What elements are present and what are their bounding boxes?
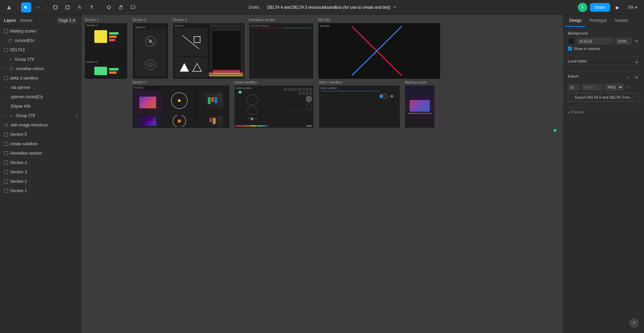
toolbar: ⊹ T Drafts / DELTA 4 and DELTA 3 reso [0,0,644,15]
background-opacity-input[interactable] [615,38,631,45]
frame-icon [4,132,8,136]
breadcrumb-dropdown-icon[interactable]: ▾ [394,5,396,9]
layer-item-skin-image[interactable]: skin image introduce [0,120,81,130]
layer-item-animation-section[interactable]: Animation section [0,149,81,158]
layer-item-section3[interactable]: Section 3 [0,167,81,177]
background-color-input[interactable] [577,38,613,45]
frame-tool-btn[interactable] [50,2,60,12]
tab-assets[interactable]: Assets [20,17,32,23]
preview-row[interactable]: ▸ Preview [568,110,640,114]
page-selector[interactable]: Page 1 ▾ [57,17,77,23]
help-button[interactable]: ? [629,318,639,328]
layer-item-ellipse436[interactable]: ○ Ellipse 436 [0,102,81,111]
component-tool-btn[interactable] [104,2,114,12]
breadcrumb: Drafts / DELTA 4 and DELTA 3 resource&sa… [249,5,396,10]
frame-icon [4,142,8,146]
section5-inner: Section 5 [134,24,167,77]
tab-inspect[interactable]: Inspect [611,15,632,27]
layer-item-section2[interactable]: Section 2 [0,177,81,186]
play-button[interactable]: ▶ [613,2,623,12]
local-styles-header: Local styles + [568,59,640,66]
section5-label: Section 5 [132,18,169,22]
layer-item-group278[interactable]: ⠿ ▸ Group 278 ⛓ [0,111,81,120]
export-suffix-input[interactable] [582,84,602,91]
zoom-control[interactable]: 5% ▾ [626,4,640,11]
layer-item-spinner-circle[interactable]: ○ spinner-circle@2x [0,92,81,102]
share-button[interactable]: Share [590,3,610,12]
section4-frame[interactable]: Section 4 [173,23,245,79]
layer-item-section5[interactable]: Section 5 [0,130,81,139]
toolbar-separator-3 [100,4,100,11]
text-tool-btn[interactable]: T [87,2,97,12]
add-local-style-btn[interactable]: + [633,59,640,66]
layer-item-section4[interactable]: Section 4 [0,158,81,167]
export-more-btn[interactable]: ⋯ [626,85,630,90]
comment-tool-btn[interactable] [128,2,138,12]
file-name[interactable]: DELTA 4 and DELTA 3 resource&sandbox (fo… [267,5,390,10]
section3-frame[interactable]: Section 3 [132,85,230,128]
delta3-sandbox-frame[interactable]: delta 3 sandbox [319,85,400,128]
section5-container: Section 5 Section 5 [132,18,169,79]
visibility-toggle[interactable]: 👁 [633,38,640,45]
show-in-exports-checkbox[interactable] [568,47,572,51]
dots-icon: ⠿ [4,114,6,118]
scale-tool-btn[interactable]: ⊹ [33,2,43,12]
create-sandbox-frame[interactable]: create sandbox < ▶ > - - - [234,85,314,128]
layer-item-delta3[interactable]: DELTA3 [0,45,81,55]
section1-label: Section 1 [85,18,128,22]
move-tool-btn[interactable] [21,2,31,12]
svg-rect-5 [107,5,110,9]
layer-item-delta3sandbox[interactable]: delta 3 sandbox [0,73,81,83]
tab-prototype[interactable]: Prototype [586,15,611,27]
local-styles-title: Local styles [568,59,587,63]
layer-item-cursor[interactable]: cursor@2x [0,36,81,45]
waiting-screen-frame[interactable] [405,85,435,128]
frame-icon [4,76,8,80]
section1-frame[interactable]: Section 1 Section 2 [85,23,128,79]
background-color-swatch[interactable] [568,38,574,45]
svg-line-9 [182,36,199,49]
drafts-label: Drafts [249,5,260,10]
canvas[interactable]: Section 1 [81,15,563,333]
tab-design[interactable]: Design [565,15,586,27]
preview-chevron-icon: ▸ [568,110,569,114]
delta3-sandbox-label: delta 3 sandbox [319,80,400,84]
tab-layers[interactable]: Layers [4,17,16,23]
dots-icon: ⠿ [4,67,6,71]
figma-menu-btn[interactable] [4,2,14,12]
svg-marker-11 [180,63,189,71]
layer-item-create-sandbox[interactable]: create sandbox [0,139,81,149]
export-button[interactable]: Export DELTA 4 and DELTA 3 res... [568,93,640,102]
svg-rect-10 [194,37,200,43]
section5-frame[interactable]: Section 5 [132,23,169,79]
shape-tool-btn[interactable] [62,2,73,12]
item-icon [9,66,14,71]
toolbar-left: ⊹ T [4,2,138,12]
delta3-container: DELTA3 DELTA3 [318,18,441,79]
pen-tool-btn[interactable] [75,2,85,12]
layer-item-section1[interactable]: Section 1 [0,186,81,196]
show-in-exports-label: Show in exports [574,47,600,51]
item-icon: ○ [4,85,9,90]
layer-item-old-spinner[interactable]: ○ old spinner [0,83,81,92]
export-scale-input[interactable] [568,84,580,91]
frame-icon [4,48,8,52]
toolbar-right: I Share ▶ 5% ▾ [578,2,640,12]
background-color-row: 👁 [568,38,640,45]
layer-item-scorebar[interactable]: ⠿ scorebar-colour [0,64,81,73]
hand-tool-btn[interactable] [116,2,126,12]
export-format-select[interactable]: PNG JPG SVG PDF [604,84,624,91]
animation-section-frame[interactable]: Animation section [249,23,314,79]
frame-icon [4,170,8,174]
delta3-frame[interactable]: DELTA3 [318,23,441,79]
layer-item-group279[interactable]: ▸ Group 279 [0,55,81,64]
breadcrumb-sep: / [263,5,264,10]
right-panel-content: Background 👁 Show in exports Local style… [564,27,644,333]
add-export-btn[interactable]: + [633,74,640,81]
user-avatar[interactable]: I [578,3,587,12]
right-sidebar: Design Prototype Inspect Background 👁 Sh… [563,15,644,333]
circle-icon: ○ [4,104,9,109]
layer-item-waiting-screen[interactable]: Waiting screen [0,26,81,36]
remove-export-btn[interactable]: − [625,74,632,81]
animation-section-container: Animation section Animation section [249,18,314,79]
